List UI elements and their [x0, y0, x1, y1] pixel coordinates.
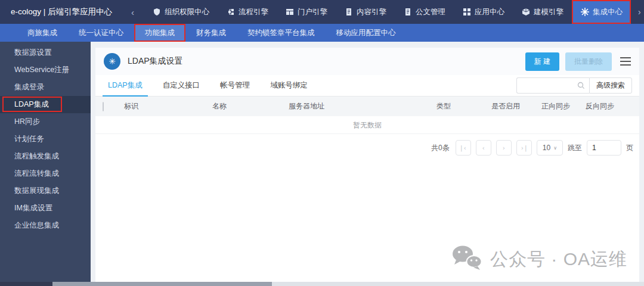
- empty-state-text: 暂无数据: [95, 116, 639, 134]
- search-input[interactable]: [517, 78, 577, 93]
- app-logo: e-cology | 后端引擎应用中心: [0, 7, 122, 17]
- search-icon[interactable]: [577, 82, 589, 89]
- sidebar-item-workflow-flow[interactable]: 流程流转集成: [0, 165, 91, 182]
- sidebar-item-ldap[interactable]: LDAP集成: [0, 96, 91, 113]
- page-unit-label: 页: [626, 143, 633, 153]
- col-header-forward-sync: 正向同步: [541, 101, 586, 111]
- main-area: ✳ LDAP集成设置 新 建 批量删除 LDAP集成 自定义接口 帐号管理 域账…: [91, 42, 644, 282]
- topnav-label: 公文管理: [416, 7, 445, 17]
- col-header-enabled: 是否启用: [491, 101, 541, 111]
- subbar: 商旅集成 统一认证中心 功能集成 财务集成 契约锁签章平台集成 移动应用配置中心: [0, 24, 644, 42]
- scrollbar-thumb[interactable]: [52, 282, 272, 286]
- col-header-name: 名称: [212, 101, 289, 111]
- jump-to-label: 跳至: [568, 143, 582, 153]
- topnav-org-permission-center[interactable]: 组织权限中心: [144, 0, 218, 24]
- grid-icon: [462, 8, 471, 17]
- subnav-travel-integration[interactable]: 商旅集成: [17, 24, 68, 42]
- tab-custom-interface[interactable]: 自定义接口: [153, 75, 210, 97]
- nav-back-chevron-icon[interactable]: ‹: [122, 7, 144, 17]
- portal-icon: [285, 8, 294, 17]
- next-page-button[interactable]: ›: [496, 140, 512, 156]
- subnav-function-integration[interactable]: 功能集成: [134, 24, 185, 42]
- tab-account-management[interactable]: 帐号管理: [210, 75, 260, 97]
- first-page-button[interactable]: |‹: [456, 140, 471, 156]
- col-header-reverse-sync: 反向同步: [586, 101, 639, 111]
- subnav-unified-auth-center[interactable]: 统一认证中心: [68, 24, 134, 42]
- topnav-label: 集成中心: [593, 7, 623, 17]
- subnav-mobile-app-config[interactable]: 移动应用配置中心: [326, 24, 407, 42]
- select-all-checkbox[interactable]: [103, 102, 104, 111]
- topnav-label: 门户引擎: [298, 7, 327, 17]
- flow-icon: [226, 8, 235, 17]
- cube-icon: [521, 8, 530, 17]
- nav-next-chevron-icon[interactable]: ›: [631, 7, 644, 17]
- tab-ldap-integration[interactable]: LDAP集成: [98, 75, 153, 97]
- topnav-modeling-engine[interactable]: 建模引擎: [513, 0, 572, 24]
- sidebar-item-datasource[interactable]: 数据源设置: [0, 44, 91, 61]
- col-header-type: 类型: [436, 101, 491, 111]
- table-header-row: 标识 名称 服务器地址 类型 是否启用 正向同步 反向同步: [95, 97, 639, 116]
- last-page-button[interactable]: ›|: [516, 140, 532, 156]
- content-layout: 数据源设置 WebService注册 集成登录 LDAP集成 HR同步 计划任务…: [0, 42, 644, 282]
- tab-domain-account-binding[interactable]: 域账号绑定: [260, 75, 318, 97]
- page-size-select[interactable]: 10 ∨: [537, 140, 563, 156]
- wechat-icon: [451, 244, 483, 275]
- topnav-label: 内容引擎: [357, 7, 386, 17]
- chevron-down-icon: ∨: [553, 145, 557, 151]
- integration-icon: [580, 8, 589, 17]
- pagination: 共0条 |‹ ‹ › ›| 10 ∨ 跳至 页: [95, 134, 639, 156]
- horizontal-scrollbar[interactable]: [0, 282, 644, 286]
- watermark-text: 公众号 · OA运维: [490, 247, 627, 272]
- page-size-value: 10: [543, 144, 550, 152]
- col-header-server-address: 服务器地址: [289, 101, 436, 111]
- search-area: 高级搜索: [516, 77, 632, 94]
- sidebar-item-enterprise-info[interactable]: 企业信息集成: [0, 217, 91, 234]
- shield-icon: [152, 8, 161, 17]
- topbar: e-cology | 后端引擎应用中心 ‹ 组织权限中心 流程引擎 门户引擎 内…: [0, 0, 644, 24]
- prev-page-button[interactable]: ‹: [476, 140, 491, 156]
- topnav-portal-engine[interactable]: 门户引擎: [277, 0, 336, 24]
- topnav-label: 组织权限中心: [165, 7, 209, 17]
- page-number-input[interactable]: [587, 140, 621, 156]
- topnav-workflow-engine[interactable]: 流程引擎: [218, 0, 277, 24]
- sidebar-item-im-settings[interactable]: IM集成设置: [0, 200, 91, 217]
- sidebar-item-data-display[interactable]: 数据展现集成: [0, 182, 91, 200]
- batch-delete-button[interactable]: 批量删除: [565, 52, 612, 71]
- subnav-finance-integration[interactable]: 财务集成: [185, 24, 237, 42]
- topnav-app-center[interactable]: 应用中心: [454, 0, 513, 24]
- total-count: 共0条: [431, 143, 450, 153]
- search-box: [516, 77, 589, 94]
- sidebar-item-webservice[interactable]: WebService注册: [0, 61, 91, 79]
- topnav-official-doc[interactable]: 公文管理: [395, 0, 454, 24]
- tabs-row: LDAP集成 自定义接口 帐号管理 域账号绑定 高级搜索: [95, 75, 639, 97]
- sidebar-item-scheduled-tasks[interactable]: 计划任务: [0, 130, 91, 148]
- header-actions: 新 建 批量删除: [525, 52, 631, 71]
- integration-icon: ✳: [104, 53, 120, 70]
- sidebar-item-label: LDAP集成: [14, 100, 49, 108]
- list-view-icon[interactable]: [620, 57, 631, 66]
- topnav-content-engine[interactable]: 内容引擎: [336, 0, 395, 24]
- topnav-label: 建模引擎: [534, 7, 564, 17]
- topnav-label: 流程引擎: [239, 7, 268, 17]
- sidebar-item-sso-login[interactable]: 集成登录: [0, 79, 91, 96]
- page-title: LDAP集成设置: [128, 56, 183, 67]
- advanced-search-button[interactable]: 高级搜索: [589, 77, 632, 94]
- col-header-identifier: 标识: [124, 101, 212, 111]
- sidebar: 数据源设置 WebService注册 集成登录 LDAP集成 HR同步 计划任务…: [0, 42, 91, 282]
- subnav-contract-seal-platform[interactable]: 契约锁签章平台集成: [237, 24, 326, 42]
- document-icon: [344, 8, 353, 17]
- sidebar-item-hr-sync[interactable]: HR同步: [0, 113, 91, 130]
- document-icon: [403, 8, 412, 17]
- watermark: 公众号 · OA运维: [451, 244, 627, 275]
- new-button[interactable]: 新 建: [525, 52, 559, 71]
- sidebar-item-workflow-trigger[interactable]: 流程触发集成: [0, 148, 91, 165]
- scrollbar-corner: [0, 282, 52, 286]
- panel-header: ✳ LDAP集成设置 新 建 批量删除: [95, 48, 639, 75]
- topnav-label: 应用中心: [475, 7, 504, 17]
- topnav-integration-center[interactable]: 集成中心: [572, 0, 631, 24]
